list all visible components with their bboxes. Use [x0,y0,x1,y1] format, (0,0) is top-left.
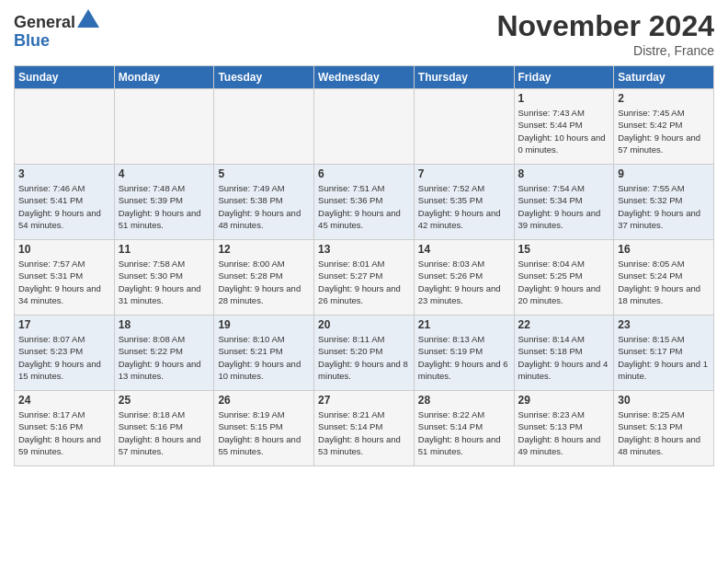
day-info: Sunrise: 8:03 AM Sunset: 5:26 PM Dayligh… [418,258,510,306]
day-info: Sunrise: 7:49 AM Sunset: 5:38 PM Dayligh… [218,182,310,231]
day-number: 23 [618,318,710,331]
week-row-5: 24Sunrise: 8:17 AM Sunset: 5:16 PM Dayli… [15,391,714,466]
day-info: Sunrise: 8:08 AM Sunset: 5:22 PM Dayligh… [119,333,210,382]
day-number: 17 [18,318,110,331]
calendar-cell: 9Sunrise: 7:55 AM Sunset: 5:32 PM Daylig… [614,165,714,240]
day-info: Sunrise: 8:15 AM Sunset: 5:17 PM Dayligh… [618,333,710,382]
day-info: Sunrise: 8:22 AM Sunset: 5:14 PM Dayligh… [418,408,510,457]
calendar-body: 1Sunrise: 7:43 AM Sunset: 5:44 PM Daylig… [15,89,714,466]
calendar-cell: 10Sunrise: 7:57 AM Sunset: 5:31 PM Dayli… [15,240,115,316]
logo-icon [77,9,99,28]
calendar-cell: 13Sunrise: 8:01 AM Sunset: 5:27 PM Dayli… [314,240,415,316]
header-cell-saturday: Saturday [614,66,714,89]
calendar-cell: 15Sunrise: 8:04 AM Sunset: 5:25 PM Dayli… [514,240,614,316]
page-header: General Blue November 2024 Distre, Franc… [14,9,714,58]
week-row-4: 17Sunrise: 8:07 AM Sunset: 5:23 PM Dayli… [15,316,714,391]
day-number: 5 [218,167,310,180]
day-info: Sunrise: 7:52 AM Sunset: 5:35 PM Dayligh… [418,182,510,231]
calendar-cell: 29Sunrise: 8:23 AM Sunset: 5:13 PM Dayli… [514,391,614,466]
day-number: 12 [218,243,310,256]
day-number: 19 [218,318,310,331]
page-container: General Blue November 2024 Distre, Franc… [0,0,728,476]
day-number: 4 [119,167,210,180]
day-number: 22 [518,318,610,331]
day-number: 8 [518,167,610,180]
day-info: Sunrise: 8:13 AM Sunset: 5:19 PM Dayligh… [418,333,510,382]
day-number: 14 [418,243,510,256]
week-row-1: 1Sunrise: 7:43 AM Sunset: 5:44 PM Daylig… [15,89,714,165]
day-number: 24 [18,394,110,407]
calendar-cell [214,89,314,165]
logo: General Blue [14,9,99,51]
day-info: Sunrise: 8:19 AM Sunset: 5:15 PM Dayligh… [218,408,310,457]
calendar-cell: 16Sunrise: 8:05 AM Sunset: 5:24 PM Dayli… [614,240,714,316]
day-number: 2 [618,92,710,105]
day-number: 20 [318,318,410,331]
logo-general-text: General [14,13,75,31]
day-info: Sunrise: 7:58 AM Sunset: 5:30 PM Dayligh… [119,258,210,306]
calendar-cell [314,89,415,165]
calendar-cell: 30Sunrise: 8:25 AM Sunset: 5:13 PM Dayli… [614,391,714,466]
day-info: Sunrise: 8:17 AM Sunset: 5:16 PM Dayligh… [18,408,110,457]
calendar-cell: 7Sunrise: 7:52 AM Sunset: 5:35 PM Daylig… [414,165,514,240]
day-info: Sunrise: 7:57 AM Sunset: 5:31 PM Dayligh… [18,258,110,306]
day-number: 9 [618,167,710,180]
day-info: Sunrise: 8:01 AM Sunset: 5:27 PM Dayligh… [318,258,410,306]
calendar-cell: 11Sunrise: 7:58 AM Sunset: 5:30 PM Dayli… [114,240,214,316]
calendar-header: SundayMondayTuesdayWednesdayThursdayFrid… [15,66,714,89]
day-number: 25 [119,394,210,407]
day-number: 13 [318,243,410,256]
day-info: Sunrise: 7:55 AM Sunset: 5:32 PM Dayligh… [618,182,710,231]
header-cell-sunday: Sunday [15,66,115,89]
day-number: 7 [418,167,510,180]
day-info: Sunrise: 8:07 AM Sunset: 5:23 PM Dayligh… [18,333,110,382]
calendar-cell: 22Sunrise: 8:14 AM Sunset: 5:18 PM Dayli… [514,316,614,391]
calendar-cell: 23Sunrise: 8:15 AM Sunset: 5:17 PM Dayli… [614,316,714,391]
day-info: Sunrise: 8:04 AM Sunset: 5:25 PM Dayligh… [518,258,610,306]
calendar-cell: 19Sunrise: 8:10 AM Sunset: 5:21 PM Dayli… [214,316,314,391]
month-title: November 2024 [496,9,714,43]
day-number: 28 [418,394,510,407]
calendar-cell [15,89,115,165]
day-info: Sunrise: 8:14 AM Sunset: 5:18 PM Dayligh… [518,333,610,382]
calendar-cell [414,89,514,165]
calendar-cell: 27Sunrise: 8:21 AM Sunset: 5:14 PM Dayli… [314,391,415,466]
calendar-cell [114,89,214,165]
day-info: Sunrise: 7:54 AM Sunset: 5:34 PM Dayligh… [518,182,610,231]
logo-blue-text: Blue [14,31,50,50]
calendar-cell: 3Sunrise: 7:46 AM Sunset: 5:41 PM Daylig… [15,165,115,240]
day-info: Sunrise: 7:51 AM Sunset: 5:36 PM Dayligh… [318,182,410,231]
calendar-cell: 8Sunrise: 7:54 AM Sunset: 5:34 PM Daylig… [514,165,614,240]
header-cell-friday: Friday [514,66,614,89]
day-number: 27 [318,394,410,407]
day-info: Sunrise: 8:23 AM Sunset: 5:13 PM Dayligh… [518,408,610,457]
day-number: 21 [418,318,510,331]
day-number: 30 [618,394,710,407]
svg-marker-0 [77,9,99,28]
day-number: 10 [18,243,110,256]
header-cell-monday: Monday [114,66,214,89]
day-number: 11 [119,243,210,256]
header-cell-tuesday: Tuesday [214,66,314,89]
week-row-3: 10Sunrise: 7:57 AM Sunset: 5:31 PM Dayli… [15,240,714,316]
calendar-cell: 1Sunrise: 7:43 AM Sunset: 5:44 PM Daylig… [514,89,614,165]
day-info: Sunrise: 7:45 AM Sunset: 5:42 PM Dayligh… [618,107,710,155]
calendar-cell: 6Sunrise: 7:51 AM Sunset: 5:36 PM Daylig… [314,165,415,240]
day-number: 6 [318,167,410,180]
calendar-cell: 17Sunrise: 8:07 AM Sunset: 5:23 PM Dayli… [15,316,115,391]
calendar-cell: 18Sunrise: 8:08 AM Sunset: 5:22 PM Dayli… [114,316,214,391]
day-number: 29 [518,394,610,407]
calendar-cell: 28Sunrise: 8:22 AM Sunset: 5:14 PM Dayli… [414,391,514,466]
calendar-cell: 5Sunrise: 7:49 AM Sunset: 5:38 PM Daylig… [214,165,314,240]
calendar-cell: 24Sunrise: 8:17 AM Sunset: 5:16 PM Dayli… [15,391,115,466]
day-info: Sunrise: 8:11 AM Sunset: 5:20 PM Dayligh… [318,333,410,382]
calendar-cell: 4Sunrise: 7:48 AM Sunset: 5:39 PM Daylig… [114,165,214,240]
header-row: SundayMondayTuesdayWednesdayThursdayFrid… [15,66,714,89]
calendar-cell: 26Sunrise: 8:19 AM Sunset: 5:15 PM Dayli… [214,391,314,466]
calendar-cell: 12Sunrise: 8:00 AM Sunset: 5:28 PM Dayli… [214,240,314,316]
day-number: 15 [518,243,610,256]
day-info: Sunrise: 8:05 AM Sunset: 5:24 PM Dayligh… [618,258,710,306]
week-row-2: 3Sunrise: 7:46 AM Sunset: 5:41 PM Daylig… [15,165,714,240]
calendar-cell: 20Sunrise: 8:11 AM Sunset: 5:20 PM Dayli… [314,316,415,391]
day-number: 16 [618,243,710,256]
